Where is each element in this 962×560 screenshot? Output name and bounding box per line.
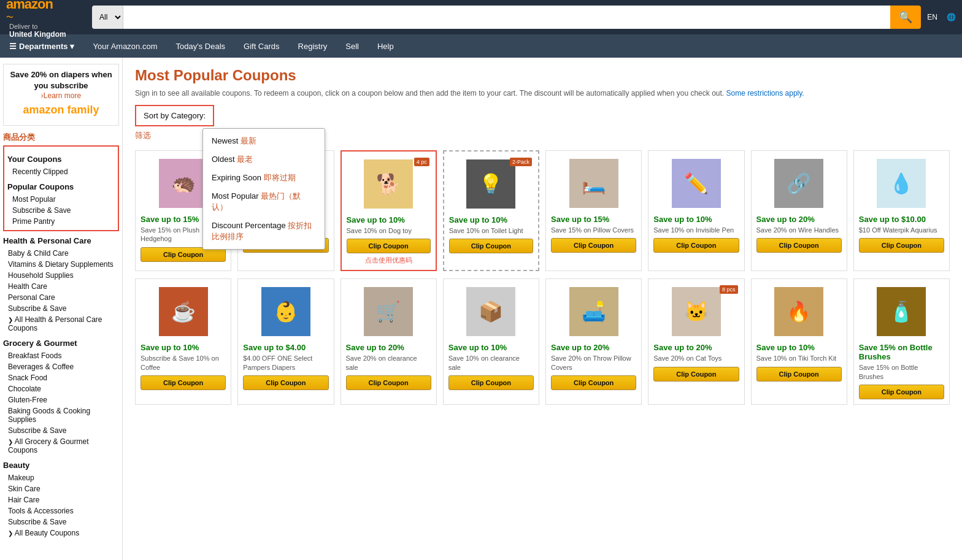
sidebar-prime-pantry[interactable]: Prime Pantry [7, 216, 115, 227]
search-input[interactable] [123, 6, 890, 29]
sort-dropdown[interactable]: Newest 最新 Oldest 最老 Expiring Soon 即将过期 M… [202, 128, 325, 250]
secondary-navigation: ☰ Departments ▾ Your Amazon.com Today's … [0, 34, 962, 58]
clip-coupon-button-10[interactable]: Clip Coupon [346, 375, 431, 390]
sidebar: Save 20% on diapers when you subscribe ›… [0, 58, 123, 560]
pack-badge-13: 8 pcs [720, 285, 738, 294]
clip-coupon-button-2[interactable]: Clip Coupon [347, 239, 431, 253]
sort-discount[interactable]: Discount Percentage 按折扣比例排序 [203, 217, 325, 246]
product-desc-13: Save 20% on Cat Toys [653, 354, 739, 362]
product-image-area-3: 💡2-Pack [449, 156, 533, 212]
sidebar-health-care[interactable]: Health Care [3, 281, 119, 292]
product-image-area-9: 👶 [243, 284, 328, 339]
clip-coupon-button-9[interactable]: Clip Coupon [243, 375, 328, 390]
learn-more-link[interactable]: ›Learn more [9, 91, 114, 100]
product-desc-10: Save 20% on clearance sale [346, 354, 431, 372]
clip-coupon-button-15[interactable]: Clip Coupon [859, 385, 944, 399]
clip-coupon-button-11[interactable]: Clip Coupon [448, 375, 534, 390]
product-card-9: 👶Save up to $4.00$4.00 OFF ONE Select Pa… [237, 278, 334, 405]
clip-coupon-button-8[interactable]: Clip Coupon [140, 375, 226, 390]
nav-your-amazon[interactable]: Your Amazon.com [90, 37, 160, 56]
product-card-4: 🛏️Save up to 15%Save 15% on Pillow Cover… [545, 150, 642, 271]
sidebar-tools-accessories[interactable]: Tools & Accessories [3, 505, 119, 516]
product-image-area-12: 🛋️ [551, 284, 636, 339]
search-button[interactable]: 🔍 [890, 6, 921, 29]
pack-badge-3: 2-Pack [510, 158, 532, 166]
departments-button[interactable]: ☰ Departments ▾ [6, 37, 77, 56]
amazon-logo: amazon [6, 0, 53, 12]
sidebar-household[interactable]: Household Supplies [3, 270, 119, 281]
product-card-8: ☕Save up to 10%Subscribe & Save 10% on C… [135, 278, 231, 405]
departments-label: Departments [19, 42, 67, 51]
product-card-5: ✏️Save up to 10%Save 10% on Invisible Pe… [648, 150, 744, 271]
sort-popular[interactable]: Most Popular 最热门（默认） [203, 187, 325, 217]
sidebar-chocolate[interactable]: Chocolate [3, 383, 119, 394]
sidebar-beauty-subscribe[interactable]: Subscribe & Save [3, 516, 119, 527]
sidebar-skin-care[interactable]: Skin Care [3, 483, 119, 494]
sidebar-most-popular[interactable]: Most Popular [7, 194, 115, 205]
save-badge-9: Save up to $4.00 [243, 343, 328, 352]
sidebar-grocery-subscribe[interactable]: Subscribe & Save [3, 425, 119, 436]
clip-coupon-button-14[interactable]: Clip Coupon [756, 367, 842, 382]
clip-coupon-button-3[interactable]: Clip Coupon [449, 239, 533, 253]
restrictions-link[interactable]: Some restrictions apply. [726, 89, 804, 98]
sidebar-subscribe-save[interactable]: Subscribe & Save [7, 205, 115, 216]
logo-area[interactable]: amazon 〜 Deliver to United Kingdom [6, 0, 86, 39]
sidebar-breakfast[interactable]: Breakfast Foods [3, 350, 119, 361]
nav-registry[interactable]: Registry [295, 37, 331, 56]
product-desc-12: Save 20% on Throw Pillow Covers [551, 354, 636, 372]
nav-sell[interactable]: Sell [342, 37, 362, 56]
sort-bar-wrapper: Sort by Category: Newest 最新 Oldest 最老 Ex… [135, 105, 214, 141]
clip-coupon-button-6[interactable]: Clip Coupon [756, 238, 842, 253]
sort-oldest[interactable]: Oldest 最老 [203, 150, 325, 169]
sidebar-baking[interactable]: Baking Goods & Cooking Supplies [3, 405, 119, 425]
sidebar-all-beauty[interactable]: All Beauty Coupons [3, 527, 119, 539]
nav-todays-deals[interactable]: Today's Deals [173, 37, 229, 56]
sidebar-recently-clipped[interactable]: Recently Clipped [7, 166, 115, 177]
search-category-select[interactable]: All [92, 6, 123, 29]
product-desc-6: Save 20% on Wire Handles [756, 226, 842, 234]
product-desc-14: Save 10% on Tiki Torch Kit [756, 354, 842, 362]
sidebar-vitamins[interactable]: Vitamins & Dietary Supplements [3, 259, 119, 270]
sidebar-beverages[interactable]: Beverages & Coffee [3, 361, 119, 372]
sort-bar: Sort by Category: Newest 最新 Oldest 最老 Ex… [135, 105, 214, 126]
save-badge-4: Save up to 15% [551, 215, 636, 224]
product-image-area-15: 🧴 [859, 284, 944, 339]
clip-coupon-button-13[interactable]: Clip Coupon [653, 367, 739, 382]
product-image-area-8: ☕ [140, 284, 226, 339]
product-desc-4: Save 15% on Pillow Covers [551, 226, 636, 234]
language-label[interactable]: EN [927, 13, 937, 21]
sidebar-health-subscribe[interactable]: Subscribe & Save [3, 303, 119, 314]
sidebar-makeup[interactable]: Makeup [3, 472, 119, 483]
globe-icon[interactable]: 🌐 [947, 13, 956, 21]
save-badge-2: Save up to 10% [347, 215, 431, 224]
product-card-13: 🐱8 pcsSave up to 20%Save 20% on Cat Toys… [648, 278, 744, 405]
product-card-15: 🧴Save 15% on Bottle BrushesSave 15% on B… [853, 278, 950, 405]
sidebar-personal-care[interactable]: Personal Care [3, 292, 119, 303]
product-grid-row2: ☕Save up to 10%Subscribe & Save 10% on C… [135, 278, 950, 405]
main-layout: Save 20% on diapers when you subscribe ›… [0, 58, 962, 560]
nav-gift-cards[interactable]: Gift Cards [240, 37, 283, 56]
nav-help[interactable]: Help [374, 37, 397, 56]
sidebar-baby-child[interactable]: Baby & Child Care [3, 248, 119, 259]
sidebar-snack[interactable]: Snack Food [3, 372, 119, 383]
clip-coupon-button-5[interactable]: Clip Coupon [653, 238, 739, 253]
product-card-7: 💧Save up to $10.00$10 Off Waterpik Aquar… [853, 150, 950, 271]
product-desc-5: Save 10% on Invisible Pen [653, 226, 739, 234]
sort-expiring[interactable]: Expiring Soon 即将过期 [203, 169, 325, 187]
pack-badge-2: 4 pc [414, 158, 429, 166]
sidebar-all-grocery[interactable]: All Grocery & Gourmet Coupons [3, 436, 119, 456]
clip-coupon-button-7[interactable]: Clip Coupon [859, 238, 944, 253]
clip-coupon-button-4[interactable]: Clip Coupon [551, 238, 636, 253]
sort-newest[interactable]: Newest 最新 [203, 132, 325, 150]
product-image-area-6: 🔗 [756, 156, 842, 211]
beauty-section-title: Beauty [3, 461, 119, 470]
product-card-6: 🔗Save up to 20%Save 20% on Wire HandlesC… [751, 150, 847, 271]
product-image-area-10: 🛒 [346, 284, 431, 339]
product-image-area-13: 🐱8 pcs [653, 284, 739, 339]
clip-coupon-button-12[interactable]: Clip Coupon [551, 375, 636, 390]
sidebar-all-health[interactable]: All Health & Personal Care Coupons [3, 314, 119, 334]
top-right-area: EN 🌐 [927, 13, 956, 21]
grocery-section-title: Grocery & Gourmet [3, 339, 119, 348]
sidebar-gluten-free[interactable]: Gluten-Free [3, 394, 119, 405]
sidebar-hair-care[interactable]: Hair Care [3, 494, 119, 505]
